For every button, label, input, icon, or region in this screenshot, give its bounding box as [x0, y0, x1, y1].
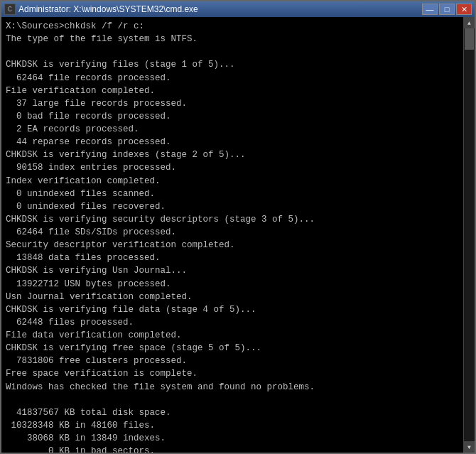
console-line: 44 reparse records processed. — [6, 136, 470, 148]
scroll-up-arrow[interactable]: ▲ — [464, 17, 475, 28]
console-line: File data verification completed. — [6, 329, 470, 342]
title-bar-text: Administrator: X:\windows\SYSTEM32\cmd.e… — [18, 4, 198, 14]
console-line: 62448 files processed. — [6, 316, 470, 329]
console-line: CHKDSK is verifying Usn Journal... — [6, 264, 470, 277]
console-line — [6, 45, 470, 58]
console-line: CHKDSK is verifying files (stage 1 of 5)… — [6, 58, 470, 71]
console-line: 7831806 free clusters processed. — [6, 355, 470, 367]
scrollbar[interactable]: ▲ ▼ — [463, 17, 475, 453]
console-line: The type of the file system is NTFS. — [6, 33, 470, 45]
title-bar: C Administrator: X:\windows\SYSTEM32\cmd… — [1, 1, 475, 17]
console-line: Windows has checked the file system and … — [6, 381, 470, 394]
console-output: X:\Sources>chkdsk /f /r c:The type of th… — [6, 20, 470, 453]
console-line: 13922712 USN bytes processed. — [6, 278, 470, 291]
scroll-track[interactable] — [464, 28, 475, 441]
console-line: 13848 data files processed. — [6, 252, 470, 264]
console-line: 0 bad file records processed. — [6, 110, 470, 123]
console-line: 90158 index entries processed. — [6, 161, 470, 174]
console-line: File verification completed. — [6, 85, 470, 97]
console-line: CHKDSK is verifying free space (stage 5 … — [6, 342, 470, 355]
console-line: 0 KB in bad sectors. — [6, 445, 470, 453]
console-line: 10328348 KB in 48160 files. — [6, 419, 470, 432]
restore-button[interactable]: □ — [439, 4, 455, 15]
title-bar-left: C Administrator: X:\windows\SYSTEM32\cmd… — [4, 4, 198, 15]
console-line: 0 unindexed files recovered. — [6, 200, 470, 213]
console-line: 41837567 KB total disk space. — [6, 406, 470, 419]
console-line: 38068 KB in 13849 indexes. — [6, 432, 470, 445]
console-line: Free space verification is complete. — [6, 367, 470, 380]
console-line: 62464 file SDs/SIDs processed. — [6, 226, 470, 239]
console-line: Index verification completed. — [6, 175, 470, 188]
console-line: 0 unindexed files scanned. — [6, 188, 470, 200]
close-button[interactable]: ✕ — [456, 4, 472, 15]
console-line: 62464 file records processed. — [6, 72, 470, 85]
cmd-window: C Administrator: X:\windows\SYSTEM32\cmd… — [0, 0, 476, 454]
console-area: X:\Sources>chkdsk /f /r c:The type of th… — [1, 17, 475, 453]
console-line: X:\Sources>chkdsk /f /r c: — [6, 20, 470, 33]
cmd-icon: C — [4, 4, 16, 15]
scroll-thumb[interactable] — [465, 28, 474, 50]
console-line: CHKDSK is verifying security descriptors… — [6, 213, 470, 226]
scroll-down-arrow[interactable]: ▼ — [464, 441, 475, 453]
console-line: 2 EA records processed. — [6, 123, 470, 136]
console-line: CHKDSK is verifying indexes (stage 2 of … — [6, 148, 470, 161]
console-line: Usn Journal verification completed. — [6, 291, 470, 303]
console-line: CHKDSK is verifying file data (stage 4 o… — [6, 303, 470, 316]
title-bar-buttons: — □ ✕ — [422, 4, 472, 15]
console-line: 37 large file records processed. — [6, 97, 470, 110]
console-line — [6, 394, 470, 406]
console-line: Security descriptor verification complet… — [6, 239, 470, 252]
minimize-button[interactable]: — — [422, 4, 438, 15]
